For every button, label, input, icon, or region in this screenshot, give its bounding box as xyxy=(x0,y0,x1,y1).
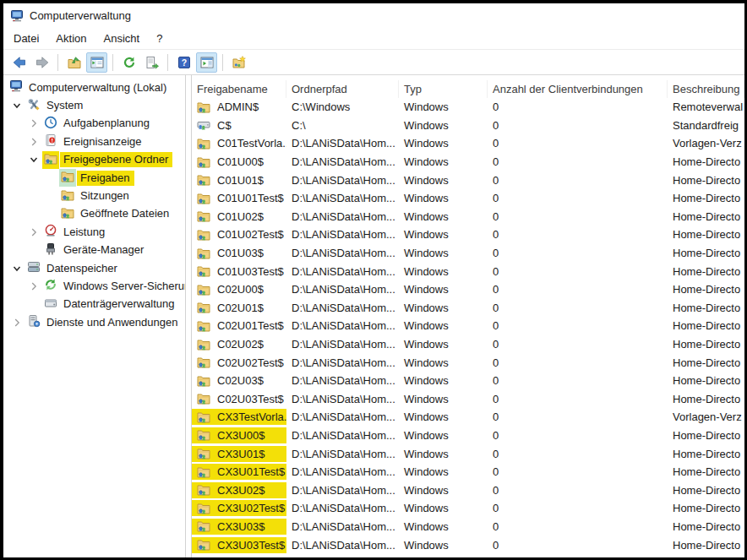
tree-item-freigaben[interactable]: Freigaben xyxy=(3,169,185,187)
share-row-c01u03test[interactable]: C01U03Test$D:\LANiSData\Hom...Windows0Ho… xyxy=(192,262,744,280)
share-row-c01u01test[interactable]: C01U01Test$D:\LANiSData\Hom...Windows0Ho… xyxy=(192,189,744,208)
shared-folder-icon xyxy=(197,428,210,442)
share-type: Windows xyxy=(399,393,488,405)
export-list-button[interactable] xyxy=(141,52,162,73)
menu-item-[interactable]: ? xyxy=(148,30,171,47)
share-path: D:\LANiSData\Hom... xyxy=(286,502,399,514)
share-row-c02u03[interactable]: C02U03$D:\LANiSData\Hom...Windows0Home-D… xyxy=(192,372,744,390)
column-header-freigabename[interactable]: Freigabename^ xyxy=(192,80,286,98)
shared-folder-icon xyxy=(197,173,210,187)
share-row-cx3u00[interactable]: CX3U00$D:\LANiSData\Hom...Windows0Home-D… xyxy=(192,427,744,445)
folder-up-icon xyxy=(68,56,81,69)
share-description: Home-Directo xyxy=(668,283,744,296)
tree-item-system[interactable]: System xyxy=(3,96,185,114)
column-header-anzahl-der-clientverbindungen[interactable]: Anzahl der Clientverbindungen xyxy=(488,80,668,98)
share-path: D:\LANiSData\Hom... xyxy=(286,374,399,387)
share-type: Windows xyxy=(399,192,488,204)
toggle-console-tree-button[interactable] xyxy=(86,52,107,73)
share-row-c[interactable]: C$C:\Windows0Standardfreig xyxy=(192,117,744,135)
tree-collapsed-arrow-icon[interactable] xyxy=(25,118,42,128)
share-row-cx3u03[interactable]: CX3U03$D:\LANiSData\Hom...Windows0Home-D… xyxy=(192,518,744,536)
window-action-pane-icon xyxy=(200,56,214,69)
tree-collapsed-arrow-icon[interactable] xyxy=(25,137,42,147)
share-type: Windows xyxy=(399,119,488,132)
share-row-cx3u03test[interactable]: CX3U03Test$D:\LANiSData\Hom...Windows0Ho… xyxy=(192,536,744,554)
share-client-connections: 0 xyxy=(488,429,668,442)
tree-expanded-arrow-icon[interactable] xyxy=(25,155,42,165)
toggle-action-pane-button[interactable] xyxy=(196,52,217,73)
tree-collapsed-arrow-icon[interactable] xyxy=(25,281,42,291)
share-row-c01u03[interactable]: C01U03$D:\LANiSData\Hom...Windows0Home-D… xyxy=(192,244,744,263)
share-row-c01u00[interactable]: C01U00$D:\LANiSData\Hom...Windows0Home-D… xyxy=(192,153,744,171)
share-name-cell: C02U03Test$ xyxy=(192,391,286,407)
share-row-cx3u01test[interactable]: CX3U01Test$D:\LANiSData\Hom...Windows0Ho… xyxy=(192,463,744,481)
help-button[interactable]: ? xyxy=(173,52,194,73)
share-client-connections: 0 xyxy=(488,539,668,552)
shared-folder-icon xyxy=(61,188,74,202)
share-row-c02u00[interactable]: C02U00$D:\LANiSData\Hom...Windows0Home-D… xyxy=(192,280,744,299)
menu-item-aktion[interactable]: Aktion xyxy=(47,30,95,47)
share-row-c02u01test[interactable]: C02U01Test$D:\LANiSData\Hom...Windows0Ho… xyxy=(192,317,744,335)
share-row-c01u01[interactable]: C01U01$D:\LANiSData\Hom...Windows0Home-D… xyxy=(192,171,744,189)
drive-share-icon xyxy=(197,118,210,132)
share-client-connections: 0 xyxy=(488,393,668,405)
tree-item-datentr-gerverwaltung[interactable]: Datenträgerverwaltung xyxy=(3,296,185,313)
share-type: Windows xyxy=(399,502,488,514)
tree-item-ger-te-manager[interactable]: Geräte-Manager xyxy=(3,242,185,259)
tree-item-ereignisanzeige[interactable]: Ereignisanzeige xyxy=(3,133,185,150)
share-description: Home-Directo xyxy=(668,484,744,497)
share-type: Windows xyxy=(399,410,488,423)
share-row-cx3testvorla[interactable]: CX3TestVorla...D:\LANiSData\Hom...Window… xyxy=(192,408,744,427)
tree-collapsed-arrow-icon[interactable] xyxy=(25,227,42,237)
share-name-cell: C02U02$ xyxy=(192,336,286,352)
share-row-cx3u01[interactable]: CX3U01$D:\LANiSData\Hom...Windows0Home-D… xyxy=(192,444,744,463)
share-row-c01u02test[interactable]: C01U02Test$D:\LANiSData\Hom...Windows0Ho… xyxy=(192,226,744,244)
share-row-c01testvorla[interactable]: C01TestVorla...D:\LANiSData\Hom...Window… xyxy=(192,134,744,153)
share-row-c02u02test[interactable]: C02U02Test$D:\LANiSData\Hom...Windows0Ho… xyxy=(192,353,744,372)
share-description: Home-Directo xyxy=(668,319,744,332)
device-manager-icon xyxy=(44,242,57,256)
tree-expanded-arrow-icon[interactable] xyxy=(8,264,25,274)
tree-item-datenspeicher[interactable]: Datenspeicher xyxy=(3,259,185,277)
tree-item-sitzungen[interactable]: Sitzungen xyxy=(3,187,185,204)
tree-item-computerverwaltung-lokal[interactable]: Computerverwaltung (Lokal) xyxy=(3,79,185,96)
tree-item-label: Freigegebene Ordner xyxy=(60,152,172,167)
refresh-button[interactable] xyxy=(118,52,139,73)
share-row-admin[interactable]: ADMIN$C:\WindowsWindows0Remoteverwal xyxy=(192,98,744,117)
tree-item-ge-ffnete-dateien[interactable]: Geöffnete Dateien xyxy=(3,205,185,223)
tree-item-freigegebene-ordner[interactable]: Freigegebene Ordner xyxy=(3,151,185,169)
share-description: Home-Directo xyxy=(668,247,744,259)
forward-button[interactable] xyxy=(31,52,52,73)
tree-expanded-arrow-icon[interactable] xyxy=(8,101,25,111)
shared-folder-icon xyxy=(197,465,210,479)
share-row-cx3u02test[interactable]: CX3U02Test$D:\LANiSData\Hom...Windows0Ho… xyxy=(192,499,744,518)
computer-management-app-icon xyxy=(10,9,24,23)
share-row-c02u01[interactable]: C02U01$D:\LANiSData\Hom...Windows0Home-D… xyxy=(192,299,744,318)
share-row-cx3u02[interactable]: CX3U02$D:\LANiSData\Hom...Windows0Home-D… xyxy=(192,481,744,499)
up-one-level-button[interactable] xyxy=(63,52,85,73)
tree-item-leistung[interactable]: Leistung xyxy=(3,223,185,241)
column-header-typ[interactable]: Typ xyxy=(399,80,488,98)
tree-item-aufgabenplanung[interactable]: Aufgabenplanung xyxy=(3,115,185,133)
share-path: D:\LANiSData\Hom... xyxy=(286,429,399,442)
pane-splitter[interactable] xyxy=(186,75,192,557)
share-row-c01u02[interactable]: C01U02$D:\LANiSData\Hom...Windows0Home-D… xyxy=(192,208,744,226)
share-type: Windows xyxy=(399,247,488,259)
shared-folder-icon xyxy=(61,170,74,183)
share-description: Home-Directo xyxy=(668,374,744,387)
share-type: Windows xyxy=(399,302,488,314)
back-button[interactable] xyxy=(8,52,30,73)
tree-item-windows-server-sicherung[interactable]: Windows Server-Sicherung xyxy=(3,277,185,295)
share-row-c02u03test[interactable]: C02U03Test$D:\LANiSData\Hom...Windows0Ho… xyxy=(192,390,744,409)
menu-item-ansicht[interactable]: Ansicht xyxy=(95,30,149,47)
tree-item-label: Dienste und Anwendungen xyxy=(43,315,182,330)
tree-collapsed-arrow-icon[interactable] xyxy=(8,318,25,328)
tree-item-dienste-und-anwendungen[interactable]: Dienste und Anwendungen xyxy=(3,313,185,331)
share-client-connections: 0 xyxy=(488,265,668,278)
column-header-beschreibung[interactable]: Beschreibung xyxy=(668,80,744,98)
new-share-button[interactable] xyxy=(228,52,249,73)
share-description: Vorlagen-Verz xyxy=(668,410,744,423)
menu-item-datei[interactable]: Datei xyxy=(5,30,47,47)
column-header-ordnerpfad[interactable]: Ordnerpfad xyxy=(286,80,399,98)
share-row-c02u02[interactable]: C02U02$D:\LANiSData\Hom...Windows0Home-D… xyxy=(192,335,744,354)
